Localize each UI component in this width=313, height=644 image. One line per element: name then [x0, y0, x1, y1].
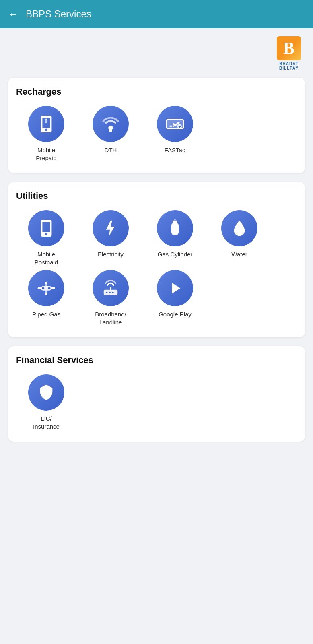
- dth-label: DTH: [105, 146, 117, 154]
- insurance-icon: [37, 383, 56, 402]
- svg-point-11: [48, 287, 51, 289]
- svg-point-10: [42, 287, 44, 289]
- water-item[interactable]: Water: [209, 210, 270, 266]
- lic-insurance-item[interactable]: LIC/Insurance: [16, 374, 76, 430]
- fastag-label: FASTag: [165, 146, 186, 154]
- piped-gas-item[interactable]: Piped Gas: [16, 270, 76, 326]
- svg-point-16: [109, 292, 111, 293]
- svg-point-13: [45, 293, 47, 295]
- water-label: Water: [231, 250, 247, 258]
- fastag-item[interactable]: FASTag: [145, 106, 205, 162]
- piped-gas-icon-circle: [28, 270, 64, 306]
- mobile-prepaid-icon-circle: [28, 106, 64, 142]
- google-play-label: Google Play: [159, 310, 192, 318]
- svg-point-17: [112, 292, 114, 293]
- dth-icon: [101, 115, 120, 133]
- logo-tagline: BHARATBILLPAY: [279, 62, 299, 70]
- google-play-item[interactable]: Google Play: [145, 270, 205, 326]
- utilities-section: Utilities MobilePostpaid Electricity: [8, 182, 305, 337]
- lic-insurance-label: LIC/Insurance: [33, 415, 60, 430]
- logo-icon: B: [277, 36, 301, 60]
- broadband-icon: [101, 279, 120, 297]
- fastag-icon-circle: [157, 106, 193, 142]
- main-content: B BHARATBILLPAY Recharges MobilePrepaid: [0, 28, 313, 458]
- app-header: ← BBPS Services: [0, 0, 313, 28]
- gas-cylinder-icon: [166, 219, 184, 237]
- mobile-postpaid-icon-circle: [28, 210, 64, 246]
- mobile-postpaid-label: MobilePostpaid: [35, 250, 58, 266]
- gas-cylinder-icon-circle: [157, 210, 193, 246]
- water-icon: [230, 219, 249, 237]
- electricity-icon: [101, 219, 120, 237]
- google-play-icon-circle: [157, 270, 193, 306]
- gas-cylinder-label: Gas Cylinder: [158, 250, 193, 258]
- broadband-item[interactable]: Broadband/Landline: [80, 270, 141, 326]
- utilities-items: MobilePostpaid Electricity: [16, 210, 297, 326]
- financial-title: Financial Services: [16, 355, 297, 365]
- google-play-icon: [166, 279, 184, 297]
- broadband-label: Broadband/Landline: [95, 310, 126, 326]
- svg-point-8: [173, 227, 177, 231]
- water-icon-circle: [221, 210, 257, 246]
- piped-gas-label: Piped Gas: [32, 310, 60, 318]
- logo-row: B BHARATBILLPAY: [8, 36, 305, 70]
- recharges-title: Recharges: [16, 87, 297, 97]
- gas-cylinder-item[interactable]: Gas Cylinder: [145, 210, 205, 266]
- svg-point-5: [177, 124, 182, 129]
- financial-items: LIC/Insurance: [16, 374, 297, 430]
- broadband-icon-circle: [93, 270, 129, 306]
- lic-insurance-icon-circle: [28, 374, 64, 411]
- financial-section: Financial Services LIC/Insurance: [8, 346, 305, 442]
- mobile-postpaid-item[interactable]: MobilePostpaid: [16, 210, 76, 266]
- bharat-billpay-logo: B BHARATBILLPAY: [277, 36, 301, 70]
- mobile-prepaid-item[interactable]: MobilePrepaid: [16, 106, 76, 162]
- dth-icon-circle: [93, 106, 129, 142]
- svg-point-0: [45, 119, 47, 120]
- svg-point-1: [108, 126, 113, 130]
- recharges-section: Recharges MobilePrepaid: [8, 78, 305, 173]
- svg-point-12: [45, 282, 47, 284]
- dth-item[interactable]: DTH: [80, 106, 141, 162]
- electricity-label: Electricity: [98, 250, 124, 258]
- page-title: BBPS Services: [26, 8, 91, 20]
- piped-gas-icon: [37, 279, 56, 297]
- mobile-postpaid-icon: [37, 219, 56, 237]
- electricity-icon-circle: [93, 210, 129, 246]
- mobile-prepaid-label: MobilePrepaid: [36, 146, 57, 162]
- mobile-prepaid-icon: [37, 115, 56, 133]
- fastag-icon: [166, 115, 184, 133]
- recharges-items: MobilePrepaid DTH: [16, 106, 297, 162]
- back-button[interactable]: ←: [8, 8, 19, 21]
- utilities-title: Utilities: [16, 191, 297, 201]
- svg-point-15: [106, 292, 108, 293]
- electricity-item[interactable]: Electricity: [80, 210, 141, 266]
